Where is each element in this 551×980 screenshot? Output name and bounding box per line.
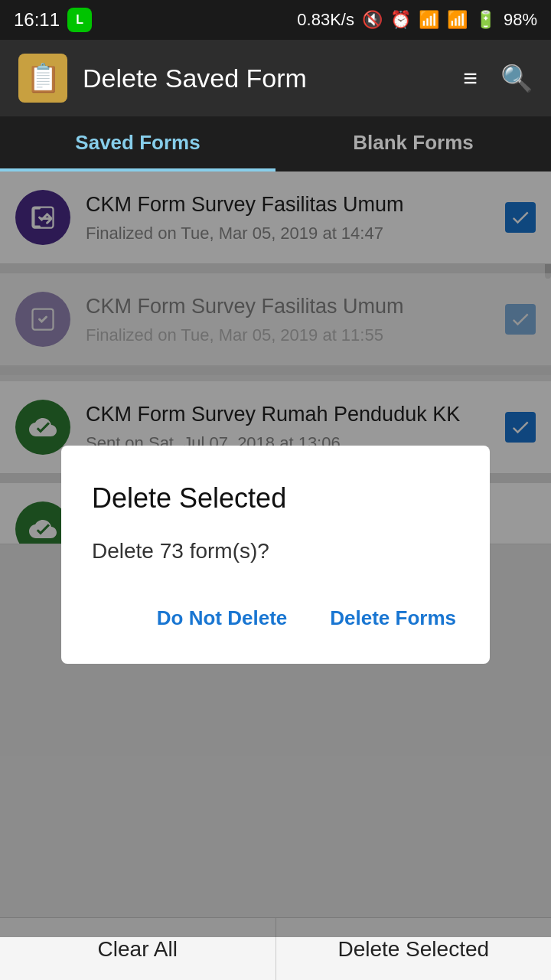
tab-saved-forms[interactable]: Saved Forms: [0, 116, 276, 172]
battery-percent: 98%: [504, 10, 537, 30]
dialog-body: Delete 73 form(s)?: [92, 539, 459, 564]
app-bar: 📋 Delete Saved Form ≡ 🔍: [0, 40, 551, 116]
line-app-icon: L: [67, 8, 92, 32]
battery-icon: 🔋: [475, 10, 496, 30]
status-bar: 16:11 L 0.83K/s 🔇 ⏰ 📶 📶 🔋 98%: [0, 0, 551, 40]
mute-icon: 🔇: [362, 10, 383, 30]
content-area: CKM Form Survey Fasilitas Umum Finalized…: [0, 172, 551, 937]
modal-overlay: Delete Selected Delete 73 form(s)? Do No…: [0, 172, 551, 937]
signal-icon: 📶: [447, 10, 468, 30]
filter-icon[interactable]: ≡: [463, 64, 478, 93]
status-time: 16:11: [14, 9, 60, 31]
do-not-delete-button[interactable]: Do Not Delete: [154, 600, 290, 636]
network-speed: 0.83K/s: [297, 10, 354, 30]
page-title: Delete Saved Form: [83, 64, 448, 93]
tab-blank-forms[interactable]: Blank Forms: [276, 116, 551, 172]
dialog-title: Delete Selected: [92, 482, 459, 514]
search-icon[interactable]: 🔍: [500, 63, 533, 93]
alarm-icon: ⏰: [390, 10, 411, 30]
app-logo: 📋: [18, 54, 67, 103]
wifi-icon: 📶: [419, 10, 439, 30]
delete-forms-button[interactable]: Delete Forms: [327, 600, 459, 636]
dialog-actions: Do Not Delete Delete Forms: [92, 600, 459, 636]
delete-dialog: Delete Selected Delete 73 form(s)? Do No…: [61, 446, 490, 664]
tab-bar: Saved Forms Blank Forms: [0, 116, 551, 172]
